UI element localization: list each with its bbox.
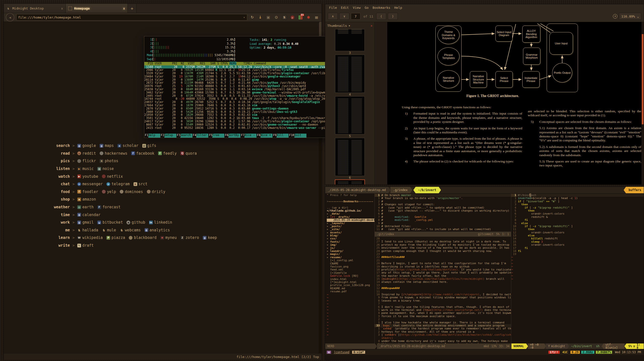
- link-music[interactable]: ▶music: [77, 166, 94, 171]
- link-yelp[interactable]: yelp: [102, 190, 116, 194]
- url-bar[interactable]: file:///home/tyler/homepage.html ▾: [16, 14, 247, 21]
- git-index-buffer[interactable]: 1# On branch master1# Your branch is up-…: [375, 193, 511, 232]
- link-forecast[interactable]: Fforecast: [97, 205, 120, 209]
- link-piazza[interactable]: Ppiazza: [106, 235, 125, 240]
- pdf-scrollbar[interactable]: [641, 22, 644, 185]
- link-feedly[interactable]: ffeedly: [158, 151, 177, 156]
- link-photos[interactable]: ❖photos: [100, 159, 118, 163]
- tab-close-icon[interactable]: x: [61, 7, 63, 10]
- function-key-button[interactable]: F5Tree: [208, 134, 224, 138]
- url-dropdown-icon[interactable]: ▾: [243, 16, 245, 19]
- thumbnail-page-7-selected[interactable]: [335, 179, 365, 185]
- zoom-level-select[interactable]: 116.89% ⌄: [619, 13, 641, 20]
- menu-item[interactable]: File: [327, 6, 339, 10]
- link-netflix[interactable]: netflix: [102, 174, 123, 179]
- tab-close-icon[interactable]: x: [123, 7, 125, 10]
- link-earth[interactable]: ◍earth: [77, 205, 94, 209]
- htop-process-table[interactable]: 1340 root 20 0 2375M 2012M 275M S 0.0 25…: [144, 65, 333, 133]
- link-zotero[interactable]: Zzotero: [180, 235, 199, 240]
- thumbnail-page-6[interactable]: [335, 138, 365, 176]
- link-scholar[interactable]: ◆scholar: [117, 143, 138, 148]
- vim-tab-2[interactable]: .g/index: [391, 187, 410, 193]
- link-noise[interactable]: ▦noise: [97, 166, 114, 171]
- link-amazon[interactable]: aamazon: [77, 197, 96, 202]
- link-gifs[interactable]: ▤gifs: [142, 143, 156, 148]
- function-key-button[interactable]: F3Search: [176, 134, 192, 138]
- thumbnail-page-4[interactable]: [335, 55, 365, 93]
- link-hallada[interactable]: ♞hallada: [77, 228, 98, 232]
- link-linkedin[interactable]: inlinkedin: [149, 220, 172, 225]
- function-key-button[interactable]: F1Help: [144, 134, 160, 138]
- link-dominoes[interactable]: dominoes: [120, 190, 143, 194]
- page-up-button[interactable]: ∧: [328, 13, 338, 20]
- link-maps[interactable]: gmaps: [100, 143, 114, 148]
- sidebar-mode-label[interactable]: Thumbnails: [327, 24, 347, 28]
- link-google[interactable]: ggoogle: [77, 143, 96, 148]
- invert-script-buffer[interactable]: 1#!/bin/bash1inverted=$(xcalib -a -p | h…: [511, 193, 644, 343]
- history-back-button[interactable]: ⟨: [376, 13, 386, 20]
- link-myneu[interactable]: ✱myneu: [160, 235, 177, 240]
- function-key-button[interactable]: F6SortBy: [224, 134, 240, 138]
- vim-tab-1[interactable]: _/2015-05-28-midnight-desktop.md: [325, 187, 388, 193]
- sidebar-close-icon[interactable]: ✕: [370, 24, 372, 28]
- tab-midnight-desktop[interactable]: ♞ Midnight Desktop x: [4, 4, 66, 13]
- nerdtree-pane[interactable]: " Press ? for help>---------Bookmarks---…: [325, 193, 374, 343]
- link-analytics[interactable]: ganalytics: [145, 228, 170, 232]
- markdown-buffer[interactable]: 2827I tend to use Linux (Ubuntu) on my d…: [375, 237, 511, 343]
- link-srct[interactable]: ssrct: [134, 182, 148, 186]
- link-messenger[interactable]: ➤messenger: [77, 182, 103, 186]
- tab-homepage[interactable]: Homepage x: [66, 4, 128, 13]
- link-calendar[interactable]: gcalendar: [77, 213, 100, 217]
- pdf-page-view[interactable]: Theme Domains & Keywords Phrase Template…: [375, 22, 644, 185]
- url-text[interactable]: file:///home/tyler/homepage.html: [18, 16, 243, 19]
- sidebar-dropdown-icon[interactable]: ▾: [348, 24, 350, 28]
- link-flickr[interactable]: flickr: [77, 159, 96, 163]
- link-webcams[interactable]: ♞webcams: [120, 228, 141, 232]
- function-key-button[interactable]: F9Kill: [273, 134, 289, 138]
- function-key-button[interactable]: F7Nice -: [240, 134, 256, 138]
- link-wikipedia[interactable]: Wwikipedia: [77, 235, 103, 240]
- link-drizly[interactable]: drizly: [147, 190, 165, 194]
- reload-icon[interactable]: ↻: [249, 14, 255, 20]
- noscript-icon[interactable]: S: [281, 14, 287, 20]
- link-youtube[interactable]: ▶youtube: [77, 174, 98, 179]
- menu-hamburger-icon[interactable]: ≡: [313, 14, 319, 20]
- link-telegram[interactable]: ➤telegram: [106, 182, 130, 186]
- thumbnail-page-3[interactable]: [335, 29, 365, 51]
- menu-item[interactable]: Edit: [339, 6, 350, 10]
- link-mule[interactable]: ♞mule: [102, 228, 116, 232]
- function-key-button[interactable]: F2Setup: [160, 134, 176, 138]
- ublock-icon[interactable]: μ: [289, 14, 295, 20]
- menu-item[interactable]: Help: [393, 6, 404, 10]
- back-button[interactable]: ◀: [6, 13, 14, 22]
- menu-item[interactable]: Go: [363, 6, 370, 10]
- link-hackernews[interactable]: hackernews: [100, 151, 127, 156]
- htop-terminal-window[interactable]: 1[|| 2.6%] 2[||| 3.3%] 3[||||||||| 15.1%…: [144, 36, 333, 138]
- vim-tab-active[interactable]: ~/b/invert: [416, 187, 439, 193]
- adblock-icon[interactable]: ✱: [305, 14, 311, 20]
- tab-counter-icon[interactable]: 21: [297, 14, 303, 20]
- zoom-fit-icon[interactable]: +: [613, 14, 617, 19]
- new-tab-button[interactable]: +: [128, 4, 137, 13]
- menu-item[interactable]: View: [351, 6, 362, 10]
- link-facebook[interactable]: ffacebook: [131, 151, 154, 156]
- link-reddit[interactable]: ᴗreddit: [77, 151, 96, 156]
- page-down-button[interactable]: ∨: [339, 13, 349, 20]
- download-icon[interactable]: ↓: [257, 14, 263, 20]
- link-blackboard[interactable]: blackboard: [129, 235, 156, 240]
- history-forward-button[interactable]: ⟩: [388, 13, 398, 20]
- tmux-active-window[interactable]: 0:vim*: [352, 351, 365, 354]
- link-gmail[interactable]: ggmail: [77, 220, 94, 225]
- link-keep[interactable]: gkeep: [203, 235, 217, 240]
- thumbnail-page-5[interactable]: [335, 96, 365, 134]
- thumbnail-list[interactable]: 3 4 5 6: [325, 29, 374, 185]
- function-key-button[interactable]: F10Quit: [289, 134, 306, 138]
- link-quora[interactable]: Qquora: [180, 151, 197, 156]
- addon-puzzle-icon[interactable]: ▣: [265, 14, 271, 20]
- link-draft[interactable]: ✎draft: [77, 243, 94, 248]
- function-key-button[interactable]: F8Nice +: [256, 134, 273, 138]
- page-number-input[interactable]: 7: [351, 13, 360, 20]
- history-clock-icon[interactable]: ⊙: [273, 14, 279, 20]
- link-bitbucket[interactable]: ◒bitbucket: [97, 220, 123, 225]
- pdf-scrollbar-thumb[interactable]: [642, 34, 643, 124]
